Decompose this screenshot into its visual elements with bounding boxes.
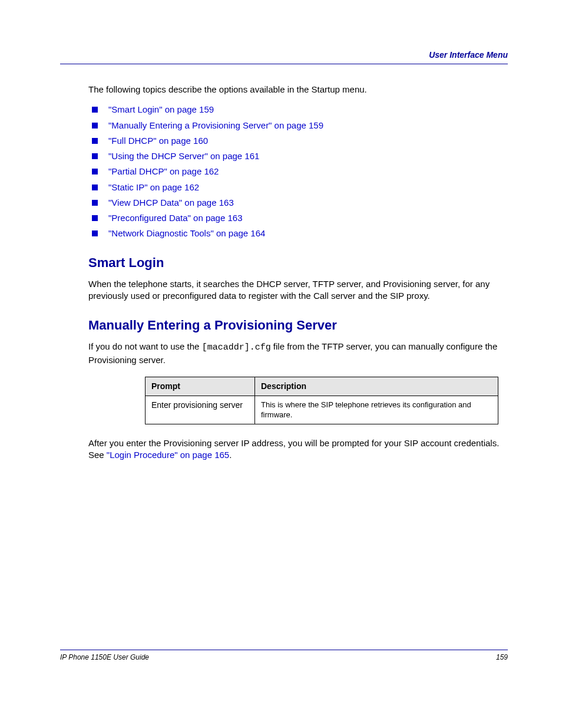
bullet-square-icon xyxy=(92,169,98,174)
table-header-row: Prompt Description xyxy=(146,377,498,396)
bullet-square-icon xyxy=(92,230,98,236)
topic-link[interactable]: "Full DHCP" on page 160 xyxy=(108,136,208,146)
list-item: "Smart Login" on page 159 xyxy=(88,104,508,116)
list-item: "Preconfigured Data" on page 163 xyxy=(88,212,508,224)
topic-label: "Using the DHCP Server" xyxy=(108,151,208,161)
topic-bullet-list: "Smart Login" on page 159 "Manually Ente… xyxy=(88,104,508,239)
topic-page: 162 xyxy=(184,182,199,192)
topic-page: 162 xyxy=(204,166,219,176)
topic-page: 163 xyxy=(227,213,242,223)
page: User Interface Menu The following topics… xyxy=(0,0,562,728)
login-procedure-link[interactable]: "Login Procedure" on page 165 xyxy=(107,450,229,460)
topic-page: 164 xyxy=(250,228,265,238)
list-item: "Manually Entering a Provisioning Server… xyxy=(88,120,508,131)
bullet-square-icon xyxy=(92,138,98,144)
topic-link[interactable]: "Network Diagnostic Tools" on page 164 xyxy=(108,228,265,238)
header-rule xyxy=(60,64,508,64)
topic-label: "Preconfigured Data" xyxy=(108,213,191,223)
page-content: The following topics describe the option… xyxy=(88,84,508,469)
topic-link[interactable]: "Static IP" on page 162 xyxy=(108,182,199,192)
footer-page-number: 159 xyxy=(496,653,508,662)
list-item: "Using the DHCP Server" on page 161 xyxy=(88,150,508,162)
topic-link[interactable]: "Manually Entering a Provisioning Server… xyxy=(108,120,323,130)
provisioning-paragraph: If you do not want to use the [macaddr].… xyxy=(88,341,508,366)
list-item: "View DHCP Data" on page 163 xyxy=(88,197,508,209)
topic-label: "Full DHCP" xyxy=(108,136,157,146)
section-heading-provisioning: Manually Entering a Provisioning Server xyxy=(88,317,508,334)
topic-link[interactable]: "View DHCP Data" on page 163 xyxy=(108,197,234,207)
topic-label: "Smart Login" xyxy=(108,104,163,114)
prompt-table-wrap: Prompt Description Enter provisioning se… xyxy=(145,377,508,424)
list-item: "Static IP" on page 162 xyxy=(88,182,508,193)
topic-label: "Partial DHCP" xyxy=(108,166,167,176)
topic-link[interactable]: "Smart Login" on page 159 xyxy=(108,104,214,114)
footer-doc-title: IP Phone 1150E User Guide xyxy=(60,653,149,662)
prompt-cell: Enter provisioning server xyxy=(146,396,255,424)
footer-rule xyxy=(60,650,508,650)
smart-login-paragraph: When the telephone starts, it searches t… xyxy=(88,278,508,302)
post-table-paragraph: After you enter the Provisioning server … xyxy=(88,437,508,462)
topic-link[interactable]: "Preconfigured Data" on page 163 xyxy=(108,213,243,223)
para-text: If you do not want to use the xyxy=(88,341,202,351)
bullet-square-icon xyxy=(92,107,98,113)
list-item: "Partial DHCP" on page 162 xyxy=(88,166,508,177)
topic-link[interactable]: "Using the DHCP Server" on page 161 xyxy=(108,151,259,161)
prompt-table: Prompt Description Enter provisioning se… xyxy=(145,377,498,424)
table-row: Enter provisioning server This is where … xyxy=(146,396,498,424)
topic-page: 160 xyxy=(193,136,208,146)
topic-label: "Network Diagnostic Tools" xyxy=(108,228,214,238)
topic-label: "Static IP" xyxy=(108,182,148,192)
bullet-square-icon xyxy=(92,123,98,129)
topic-label: "View DHCP Data" xyxy=(108,197,182,207)
topic-link[interactable]: "Partial DHCP" on page 162 xyxy=(108,166,219,176)
description-cell: This is where the SIP telephone retrieve… xyxy=(255,396,498,424)
filename-code: [macaddr].cfg xyxy=(202,342,271,353)
bullet-square-icon xyxy=(92,153,98,159)
list-item: "Network Diagnostic Tools" on page 164 xyxy=(88,228,508,239)
topic-label: "Manually Entering a Provisioning Server… xyxy=(108,120,272,130)
topic-page: 163 xyxy=(219,197,234,207)
intro-paragraph: The following topics describe the option… xyxy=(88,84,508,95)
list-item: "Full DHCP" on page 160 xyxy=(88,135,508,147)
topic-page: 159 xyxy=(199,104,214,114)
topic-page: 159 xyxy=(309,120,323,130)
topic-page: 161 xyxy=(244,151,259,161)
bullet-square-icon xyxy=(92,185,98,190)
table-header-description: Description xyxy=(255,377,498,396)
section-heading-smart-login: Smart Login xyxy=(88,254,508,272)
bullet-square-icon xyxy=(92,215,98,221)
table-header-prompt: Prompt xyxy=(146,377,255,396)
period: . xyxy=(229,450,232,460)
bullet-square-icon xyxy=(92,200,98,206)
header-title: User Interface Menu xyxy=(429,50,508,61)
